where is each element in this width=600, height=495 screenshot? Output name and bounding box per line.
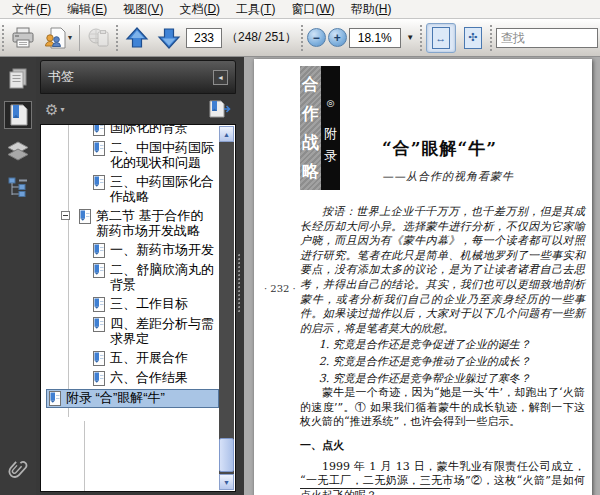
bookmark-item-content[interactable]: 六、合作结果 [91,370,218,387]
bookmark-label: 一、新药市场开发 [110,242,214,257]
toolbar-grip[interactable] [420,25,424,51]
pages-icon [7,67,29,91]
menu-item[interactable]: 编辑(E) [59,0,115,19]
footnote-divider [300,488,450,489]
question-3: 3. 究竟是合作还是竞争帮企业躲过了寒冬？ [319,372,585,387]
banner-appendix-label: 附录 [324,123,338,167]
bookmark-item-content[interactable]: 三、中药国际化合作战略 [91,174,218,205]
collaborate-dropdown-caret-icon[interactable]: ▾ [68,33,72,42]
bookmark-item[interactable]: 六、合作结果 [42,370,218,387]
zoom-level-input[interactable] [349,28,401,48]
bookmark-label: 二、中国中药国际化的现状和问题 [110,140,216,170]
menu-item[interactable]: 文件(F) [4,0,59,19]
bookmarks-panel-button[interactable] [4,101,32,129]
fit-width-button[interactable]: ↔ [426,23,456,53]
pdf-reader-window: 文件(F)编辑(E)视图(V)文档(D)工具(T)窗口(W)帮助(H) ▾ [0,0,600,495]
fit-page-icon: ✣ [464,27,482,49]
paragraph: 1999 年 1 月 13 日，蒙牛乳业有限责任公司成立，“一无工厂，二无奶源，… [300,460,585,495]
bookmark-item-content[interactable]: 附录 “合”眼解“牛” [47,390,218,407]
document-view[interactable]: 合作战略 ◎ 附录 “合”眼解“牛” ——从合作的视角看蒙牛 · 232 · 按… [244,57,600,495]
bookmark-page-icon [92,175,105,190]
banner-appendix-strip: ◎ 附录 [321,66,340,190]
bookmark-page-icon [92,124,105,136]
find-input[interactable] [496,28,598,48]
bookmark-item[interactable]: 四、差距分析与需求界定 [42,316,218,347]
intro-paragraph: 按语：世界上企业千千万万，也千差万别，但是其成长经历却大同小异。选择蒙牛进行分析… [300,205,585,336]
bookmarks-panel: 书签 ◄ ⚙ ▾ [36,57,244,495]
page-number-input[interactable] [186,28,222,48]
bookmark-item[interactable]: 二、舒脑欣滴丸的背景 [42,262,218,293]
menu-item[interactable]: 视图(V) [115,0,171,19]
goto-current-bookmark-button[interactable] [207,100,231,118]
bookmark-page-icon [92,351,105,366]
article-title-block: “合”眼解“牛” ——从合作的视角看蒙牛 [382,137,514,184]
toolbar-grip[interactable] [116,25,120,51]
arrow-down-icon [157,26,181,50]
toolbar-grip[interactable] [2,25,6,51]
bookmark-item[interactable]: 附录 “合”眼解“牛” [42,390,218,407]
menu-item[interactable]: 帮助(H) [343,0,400,19]
expander-minus-icon[interactable] [61,211,70,220]
bookmark-page-icon [92,297,105,312]
banner-circle-mark-icon: ◎ [327,98,335,108]
options-dropdown-caret-icon[interactable]: ▾ [60,105,64,114]
previous-page-button[interactable] [122,23,152,53]
main-area: 书签 ◄ ⚙ ▾ [0,57,600,495]
bookmark-item[interactable]: 三、中药国际化合作战略 [42,174,218,205]
toolbar-grip[interactable] [301,25,305,51]
bookmark-item-content[interactable]: 二、舒脑欣滴丸的背景 [91,262,218,293]
bookmark-page-icon [92,141,105,156]
options-gear-icon[interactable]: ⚙ [45,102,58,117]
bookmarks-options-bar: ⚙ ▾ [40,94,236,124]
printer-icon [11,27,35,49]
fit-page-button[interactable]: ✣ [458,23,488,53]
collaborate-button[interactable]: ▾ [40,23,75,53]
zoom-out-button[interactable]: − [307,28,326,47]
bookmark-page-icon [78,209,91,224]
bookmark-item-content[interactable]: 一、新药市场开发 [91,242,218,259]
bookmark-item[interactable]: 一、新药市场开发 [42,242,218,259]
layers-panel-button[interactable] [4,137,32,165]
panel-resize-grip[interactable] [238,254,242,312]
menu-item[interactable]: 工具(T) [228,0,283,19]
next-page-button[interactable] [154,23,184,53]
pdf-page: 合作战略 ◎ 附录 “合”眼解“牛” ——从合作的视角看蒙牛 · 232 · 按… [254,59,592,495]
bookmark-item[interactable]: 三、工作目标 [42,296,218,313]
bookmark-item[interactable]: 五、开展合作 [42,350,218,367]
bookmark-item-content[interactable]: 四、差距分析与需求界定 [91,316,218,347]
bookmark-page-icon [92,263,105,278]
bookmark-item-content[interactable]: 三、工作目标 [91,296,218,313]
page-body-text: 按语：世界上企业千千万万，也千差万别，但是其成长经历却大同小异。选择蒙牛进行分析… [300,205,585,495]
zoom-dropdown-caret-icon[interactable]: ▼ [403,28,418,48]
bookmark-label: 附录 “合”眼解“牛” [66,390,165,405]
model-tree-icon [6,175,30,199]
toolbar-grip[interactable] [490,25,494,51]
bookmark-item-content[interactable]: 国际化的背景 [91,124,218,137]
bookmark-item-content[interactable]: 二、中国中药国际化的现状和问题 [91,140,218,171]
menu-item[interactable]: 窗口(W) [283,0,342,19]
banner-vertical-title: 合作战略 [300,66,321,190]
zoom-in-button[interactable]: + [328,28,347,47]
bookmark-item[interactable]: 第二节 基于合作的新药市场开发战略 [42,208,218,239]
model-tree-panel-button[interactable] [4,173,32,201]
question-2: 2. 究竟是合作还是竞争推动了企业的成长？ [319,355,585,370]
attachments-panel-button[interactable] [4,457,32,485]
scrollbar-thumb[interactable] [219,438,234,472]
menu-item[interactable]: 文档(D) [171,0,228,19]
collapse-panel-button[interactable]: ◄ [213,70,228,85]
bookmark-label: 六、合作结果 [110,370,188,385]
bookmark-item[interactable]: 国际化的背景 [42,124,218,137]
bookmark-item-content[interactable]: 第二节 基于合作的新药市场开发战略 [77,208,218,239]
bookmark-item[interactable]: 二、中国中药国际化的现状和问题 [42,140,218,171]
scrollbar-down-icon[interactable]: ▼ [219,474,234,490]
pages-panel-button[interactable] [4,65,32,93]
article-subtitle: ——从合作的视角看蒙牛 [382,169,514,184]
chapter-banner: 合作战略 ◎ 附录 [300,66,340,190]
toolbar: ▾ （248/ 251） − [0,19,600,57]
fit-width-icon: ↔ [432,27,450,49]
bookmark-item-content[interactable]: 五、开展合作 [91,350,218,367]
bookmarks-scrollbar[interactable]: ▲ ▼ [219,126,234,490]
bookmark-tree: 国际化的背景 二、中国中药国际化的现状和问题 三、中药国际化合作战略 第二节 基… [40,124,236,492]
scrollbar-up-icon[interactable]: ▲ [219,126,234,142]
print-button[interactable] [8,23,38,53]
